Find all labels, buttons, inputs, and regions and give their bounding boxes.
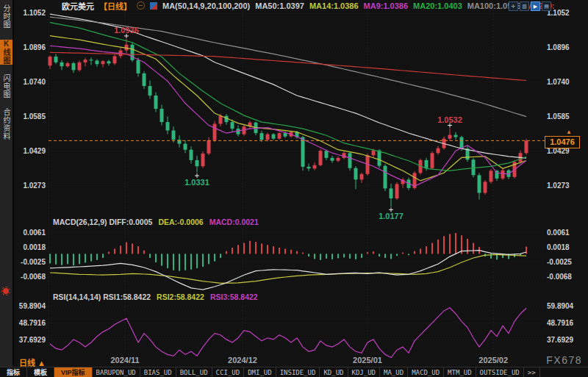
collapse-circle-icon[interactable] [137, 1, 145, 10]
ma-value-label: MA50:1.0397 [255, 1, 304, 10]
indicator-tab[interactable]: OUTSIDE_UD [476, 367, 524, 377]
indicator-tab[interactable]: MACD_UD [408, 367, 444, 377]
time-axis-label: 2024/11 [101, 356, 148, 365]
indicator-tab[interactable]: BARUPDN_UD [93, 367, 140, 377]
macd-header-label: DEA:-0.0006 [158, 218, 203, 226]
ma-value-label: MA14:1.0386 [309, 1, 359, 10]
indicator-tab[interactable]: DMI_UD [244, 367, 276, 377]
export-chart-icon[interactable]: ▤ [542, 1, 551, 11]
rsi-header: RSI(14,14,14) RSI1:58.8422RSI2:58.8422RS… [53, 292, 258, 301]
price-annotation: 1.0936 [106, 26, 147, 35]
indicator-tab[interactable]: CCI_UD [212, 367, 245, 377]
time-axis-label: 2024/12 [219, 356, 266, 365]
indicator-tab[interactable]: KD_UD [320, 367, 348, 377]
macd-header-label: MACD(26,12,9) DIFF:0.0005 [53, 218, 152, 226]
chart-toolbar-icons: ✛▥▶▤ [509, 1, 551, 11]
time-axis-label: 2025/02 [470, 356, 517, 365]
indicator-tab[interactable]: MA_UD [380, 367, 408, 377]
indicator-tab[interactable]: >> [524, 367, 540, 377]
chart-application: 分时图K线图闪电图合约资料 欧元美元 【日线】 MA(50,14,9,20,10… [0, 0, 588, 377]
indicator-tab[interactable]: KDJ_UD [348, 367, 381, 377]
macd-header-label: MACD:0.0021 [209, 218, 259, 226]
price-annotation: 1.0177 [370, 212, 412, 220]
time-axis-label: 2025/01 [344, 356, 391, 365]
ma-values: MA(50,14,9,20,100,200)MA50:1.0397MA14:1.… [162, 1, 555, 10]
indicator-tab[interactable]: VIP指标 [54, 367, 93, 377]
ma-value-label: MA20:1.0403 [413, 1, 462, 10]
price-up-arrow-icon: ▲ [566, 129, 572, 135]
price-annotation: 1.0532 [429, 115, 470, 124]
rsi-header-label: RSI(14,14,14) RSI1:58.8422 [53, 292, 151, 301]
indicator-tab[interactable]: BIAS_UD [140, 367, 176, 377]
period-tag: 【日线】 [99, 0, 132, 12]
macd-header: MACD(26,12,9) DIFF:0.0005DEA:-0.0006MACD… [53, 218, 259, 226]
chart-header: 欧元美元 【日线】 MA(50,14,9,20,100,200)MA50:1.0… [62, 1, 555, 10]
rsi-header-label: RSI2:58.8422 [157, 292, 204, 301]
indicator-tab[interactable]: MTM_UD [444, 367, 476, 377]
bottom-indicator-toolbar: 指标模板VIP指标BARUPDN_UDBIAS_UDBOLL_UDCCI_UDD… [0, 367, 588, 377]
indicator-tab[interactable]: 模板 [27, 367, 54, 377]
watermark: FX678 [546, 354, 582, 366]
indicator-logo-icon[interactable] [150, 2, 157, 10]
ma-value-label: MA9:1.0386 [364, 1, 409, 10]
symbol-title: 欧元美元 [62, 0, 94, 12]
price-annotation: 1.0331 [176, 178, 218, 187]
ma-value-label: MA(50,14,9,20,100,200) [162, 1, 250, 10]
indicator-tab[interactable]: 指标 [0, 367, 27, 377]
indicator-tab[interactable]: BOLL_UD [176, 367, 212, 377]
line-style-icon[interactable]: ▶ [531, 1, 540, 11]
chart-canvas[interactable] [0, 0, 588, 377]
rsi-header-label: RSI3:58.8422 [210, 292, 258, 301]
candle-style-icon[interactable]: ▥ [520, 1, 529, 11]
current-price-tag: 1.0476 [545, 136, 580, 148]
crosshair-icon[interactable]: ✛ [509, 1, 518, 11]
indicator-tab[interactable]: INSIDE_UD [276, 367, 320, 377]
